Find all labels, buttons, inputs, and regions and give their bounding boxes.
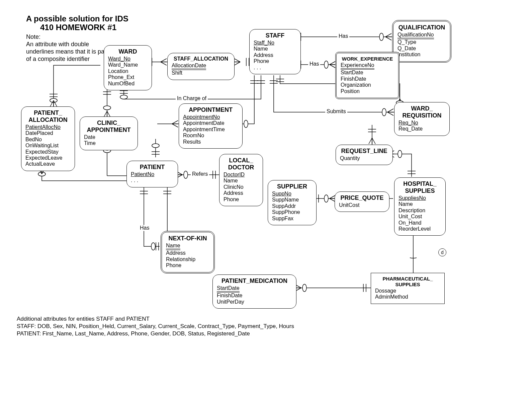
entity-title: PATIENT_ ALLOCATION: [25, 109, 71, 124]
attr: Req_Date: [398, 126, 445, 132]
attr: ExpectedStay: [25, 149, 71, 155]
attr: On_Hand: [398, 220, 441, 226]
attr: ReorderLevel: [398, 226, 441, 232]
entity-title: STAFF_ALLOCATION: [172, 56, 230, 62]
entity-ward-requisition: WARD_ REQUISITION Req_No Req_Date: [394, 102, 450, 136]
attr: NumOfBed: [108, 81, 148, 87]
attr: SuppNo: [272, 191, 291, 196]
attr: FinishDate: [217, 293, 292, 299]
entity-title: LOCAL_ DOCTOR: [224, 157, 259, 171]
entity-staff-allocation: STAFF_ALLOCATION AllocationDate Shift: [167, 53, 235, 80]
rel-has-kin: Has: [139, 225, 151, 231]
entity-title: WORK_EXPERIENCE: [341, 56, 394, 62]
entity-next-of-kin: NEXT-OF-KIN Name Address Relationship Ph…: [161, 231, 215, 273]
entity-title: PATIENT_MEDICATION: [217, 278, 292, 285]
attr: UnitCost: [339, 202, 385, 208]
attr: Phone_Ext: [108, 74, 148, 80]
entity-title: WARD: [108, 48, 148, 55]
attr: Q_Date: [397, 46, 446, 52]
entity-title: NEXT-OF-KIN: [166, 235, 209, 242]
entity-title: PHARMACEUTICAL_ SUPPLIES: [375, 276, 440, 287]
attr: Address: [224, 190, 259, 196]
entity-price-quote: PRICE_QUOTE UnitCost: [335, 191, 389, 212]
entity-qualification: QUALIFICATION QualificationNo Q_Type Q_D…: [392, 20, 451, 63]
attr: Address: [166, 250, 209, 256]
attr: Ward_No: [108, 56, 130, 62]
attr: . . .: [254, 65, 296, 71]
attr: Quantity: [340, 155, 388, 161]
entity-title: PRICE_QUOTE: [339, 194, 385, 202]
attr: Req_No: [398, 120, 418, 126]
attr: Institution: [397, 52, 446, 58]
attr: Position: [341, 88, 394, 94]
attr: AppointmentTime: [183, 127, 238, 133]
attr: Shift: [172, 70, 230, 76]
attr: AllocationDate: [172, 63, 206, 70]
attr: Description: [398, 208, 441, 214]
attr: ExpectedLeave: [25, 155, 71, 161]
er-diagram-page: A possible solution for IDS 410 HOMEWORK…: [0, 0, 532, 396]
attr: QualificationNo: [397, 32, 434, 39]
entity-title: HOSPITAL_ SUPPLIES: [398, 180, 441, 194]
attr: Location: [108, 68, 148, 74]
attr: Name: [398, 201, 441, 207]
attr: SuppAddr: [272, 203, 312, 209]
entity-work-experience: WORK_EXPERIENCE ExperienceNo StartDate F…: [335, 52, 400, 99]
entity-ward: WARD Ward_No Ward_Name Location Phone_Ex…: [104, 45, 152, 90]
attr: ClinicNo: [224, 184, 259, 190]
attr: Dossage: [375, 288, 440, 294]
entity-title: REQUEST_LINE: [340, 148, 388, 155]
entity-title: SUPPLIER: [272, 183, 312, 190]
attr: UnitPerDay: [217, 299, 292, 305]
entity-appointment: APPOINTMENT AppointmentNo AppointmentDat…: [179, 103, 243, 149]
rel-submits: Submits: [325, 108, 347, 114]
attr: BedNo: [25, 137, 71, 143]
attr: Name: [224, 178, 259, 184]
attr: Staff_No: [254, 40, 274, 46]
attr: ExperienceNo: [341, 62, 374, 70]
entity-title: PATIENT: [131, 164, 174, 171]
entity-local-doctor: LOCAL_ DOCTOR DoctorID Name ClinicNo Add…: [219, 154, 263, 206]
attr: StartDate: [341, 70, 394, 76]
entity-clinic-appointment: CLINIC_ APPOINTMENT Date Time: [80, 116, 138, 150]
entity-title: QUALIFICATION: [397, 24, 446, 31]
footer-line-2: STAFF: DOB, Sex, NIN, Position_Held, Cur…: [17, 323, 294, 330]
attr: SuppName: [272, 197, 312, 203]
attr: SuppFax: [272, 216, 312, 222]
footer-line-1: Additional attributes for entities STAFF…: [17, 316, 150, 322]
attr: Unit_Cost: [398, 214, 441, 220]
attr: AppointmentDate: [183, 120, 238, 126]
entity-staff: STAFF Staff_No Name Address Phone . . .: [249, 29, 301, 74]
attr: Name: [254, 46, 296, 52]
rel-in-charge-of: In Charge of: [176, 95, 208, 101]
entity-hospital-supplies: HOSPITAL_ SUPPLIES SuppliesNo Name Descr…: [394, 177, 446, 236]
attr: SuppliesNo: [398, 195, 426, 201]
attr: Relationship: [166, 256, 209, 262]
attr: DatePlaced: [25, 130, 71, 136]
attr: OnWaitingList: [25, 143, 71, 149]
entity-title: APPOINTMENT: [183, 106, 238, 113]
attr: AppointmentNo: [183, 114, 220, 120]
attr: PatientNo: [131, 171, 154, 177]
attr: FinishDate: [341, 76, 394, 82]
subtype-d-indicator: d: [438, 248, 446, 256]
attr: ActualLeave: [25, 161, 71, 167]
attr: DoctorID: [224, 172, 245, 177]
attr: RoomNo: [183, 133, 238, 139]
entity-supplier: SUPPLIER SuppNo SuppName SuppAddr SuppPh…: [268, 180, 317, 225]
entity-patient-medication: PATIENT_MEDICATION StartDate FinishDate …: [212, 274, 296, 309]
entity-patient-allocation: PATIENT_ ALLOCATION PatientAllocNo DateP…: [21, 106, 75, 171]
attr: PatientAllocNo: [25, 124, 61, 130]
entity-pharmaceutical-supplies: PHARMACEUTICAL_ SUPPLIES Dossage AdminMe…: [371, 273, 445, 304]
attr: Address: [254, 52, 296, 58]
entity-patient: PATIENT PatientNo . . .: [126, 161, 178, 187]
attr: . . .: [131, 177, 174, 183]
attr: Q_Type: [397, 39, 446, 45]
rel-refers: Refers: [191, 171, 209, 177]
attr: Phone: [254, 58, 296, 64]
attr: AdminMethod: [375, 294, 440, 300]
entity-title: CLINIC_ APPOINTMENT: [84, 120, 134, 134]
footer-line-3: PATIENT: First_Name, Last_Name, Address,…: [17, 330, 250, 337]
rel-has-qualification: Has: [337, 33, 349, 39]
entity-request-line: REQUEST_LINE Quantity: [336, 145, 393, 165]
